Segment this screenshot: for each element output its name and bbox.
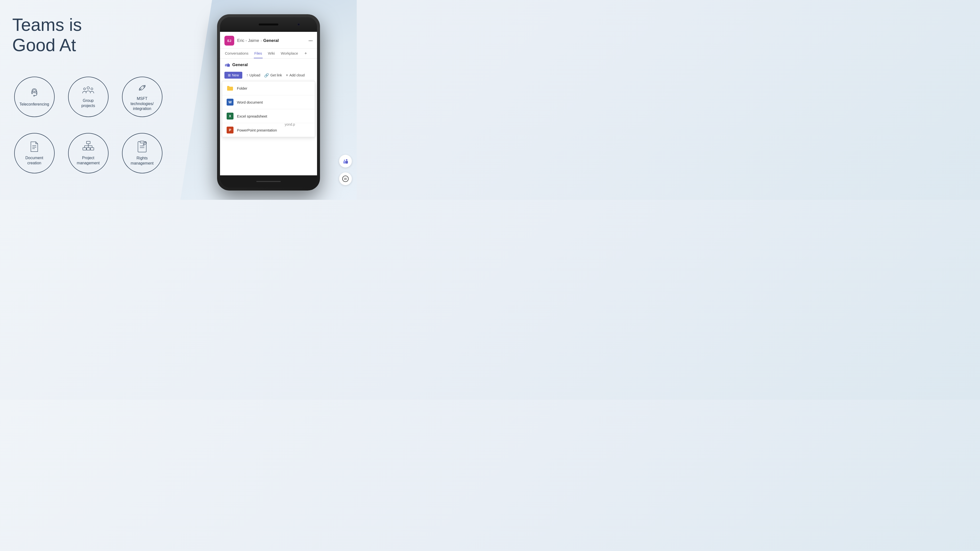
phone-bottom-bar (220, 175, 317, 187)
circle-ring-project-management: Projectmanagement (68, 133, 108, 173)
word-label: Word document (237, 100, 263, 104)
svg-rect-1 (32, 92, 33, 94)
left-panel: Teams is Good At Teleconferencing (0, 0, 184, 200)
headline-line2: Good At (12, 35, 172, 56)
circle-teleconferencing: Teleconferencing (12, 73, 56, 121)
svg-point-6 (91, 88, 93, 90)
workleap-side-icon: W (339, 172, 352, 185)
svg-rect-19 (140, 141, 144, 143)
word-icon: W (227, 99, 234, 106)
excel-label: Excel spreadsheet (237, 114, 267, 118)
group-icon (81, 86, 95, 95)
svg-point-5 (84, 88, 86, 90)
circle-msft: MSFTtechnologies/integration (120, 73, 164, 121)
phone-speaker (259, 24, 278, 25)
more-button[interactable]: ··· (309, 38, 313, 44)
clipboard-check-icon (137, 141, 148, 153)
circle-group-projects: Groupprojects (66, 73, 110, 121)
folder-svg-icon (227, 86, 233, 91)
org-chart-icon (81, 141, 95, 152)
dropdown-item-folder[interactable]: Folder (222, 81, 315, 95)
team-name: Eric - Jaime (237, 38, 259, 43)
tab-files[interactable]: Files (254, 49, 262, 58)
circle-document-creation: Documentcreation (12, 129, 56, 178)
dropdown-item-excel[interactable]: X Excel spreadsheet (222, 109, 315, 123)
tab-workplace[interactable]: Workplace (280, 49, 299, 58)
teams-icon (224, 62, 230, 68)
tab-add-button[interactable]: + (304, 51, 307, 56)
workleap-icon: W (342, 175, 349, 182)
tabs-row: Conversations Files Wiki Workplace + (220, 49, 317, 59)
teams-side-icon (339, 155, 352, 167)
circle-ring-msft: MSFTtechnologies/integration (122, 77, 162, 117)
circle-ring-rights-management: Rightsmanagement (122, 133, 162, 173)
circle-label-document-creation: Documentcreation (25, 156, 43, 166)
header-breadcrumb: Eric - Jaime › General (237, 38, 305, 43)
add-cloud-icon: + (286, 73, 288, 78)
circle-label-teleconferencing: Teleconferencing (20, 102, 49, 107)
get-link-label: Get link (270, 73, 282, 77)
side-icons: W (339, 155, 352, 185)
svg-point-4 (87, 87, 89, 89)
excel-icon: X (227, 113, 234, 119)
circle-ring-teleconferencing: Teleconferencing (14, 77, 55, 117)
add-cloud-label: Add cloud (290, 73, 304, 77)
circle-label-msft: MSFTtechnologies/integration (130, 96, 154, 111)
circle-rights-management: Rightsmanagement (120, 129, 164, 178)
new-button-icon: ⊞ (228, 73, 231, 77)
powerpoint-icon: P (227, 127, 234, 133)
dropdown-item-word[interactable]: W Word document (222, 95, 315, 109)
svg-text:W: W (344, 177, 347, 181)
svg-rect-10 (86, 141, 90, 144)
beyond-text-partial: yond.p (285, 122, 295, 126)
new-button[interactable]: ⊞ New (224, 72, 242, 79)
files-section-title: General (232, 62, 248, 67)
phone-camera (298, 23, 300, 26)
channel-name: General (263, 38, 278, 43)
upload-button[interactable]: ↑ Upload (246, 73, 260, 78)
headline-line1: Teams is (12, 15, 172, 35)
breadcrumb-chevron: › (261, 39, 262, 43)
svg-point-3 (33, 95, 35, 96)
teams-logo-icon (342, 158, 349, 165)
phone-home-indicator (256, 181, 281, 182)
action-bar: ⊞ New ↑ Upload 🔗 Get link + (220, 70, 317, 81)
phone-screen: EJ Eric - Jaime › General ··· Conversati… (220, 32, 317, 175)
files-section-header: General (220, 59, 317, 70)
folder-label: Folder (237, 86, 247, 91)
circle-label-rights-management: Rightsmanagement (130, 156, 153, 166)
svg-rect-16 (83, 148, 86, 150)
headset-icon (28, 87, 40, 99)
link-icon (137, 82, 148, 93)
phone-inner: EJ Eric - Jaime › General ··· Conversati… (220, 17, 317, 187)
upload-icon: ↑ (246, 73, 248, 78)
svg-rect-18 (91, 148, 94, 150)
folder-icon (227, 85, 234, 92)
circle-ring-group-projects: Groupprojects (68, 77, 108, 117)
circle-ring-document-creation: Documentcreation (14, 133, 55, 173)
svg-line-22 (143, 144, 143, 146)
powerpoint-label: PowerPoint presentation (237, 128, 277, 132)
upload-label: Upload (250, 73, 260, 77)
svg-rect-2 (36, 92, 37, 94)
team-avatar: EJ (224, 36, 234, 46)
phone-wrapper: EJ Eric - Jaime › General ··· Conversati… (217, 14, 320, 191)
svg-point-0 (33, 91, 35, 93)
document-icon (29, 141, 39, 152)
circle-project-management: Projectmanagement (66, 129, 110, 178)
phone-top-bar (220, 17, 317, 32)
dropdown-menu: Folder W Word document X Excel spreadshe… (222, 81, 315, 137)
tab-conversations[interactable]: Conversations (224, 49, 249, 58)
phone-frame: EJ Eric - Jaime › General ··· Conversati… (217, 14, 320, 191)
add-cloud-button[interactable]: + Add cloud (286, 73, 305, 78)
right-panel: EJ Eric - Jaime › General ··· Conversati… (180, 0, 357, 200)
get-link-button[interactable]: 🔗 Get link (264, 73, 282, 78)
svg-rect-17 (86, 148, 90, 150)
teams-header: EJ Eric - Jaime › General ··· (220, 32, 317, 49)
tab-wiki[interactable]: Wiki (267, 49, 275, 58)
headline: Teams is Good At (12, 15, 172, 56)
dropdown-item-powerpoint[interactable]: P PowerPoint presentation (222, 123, 315, 137)
new-button-label: New (232, 73, 239, 77)
circle-label-project-management: Projectmanagement (77, 156, 99, 166)
link-icon: 🔗 (264, 73, 269, 78)
